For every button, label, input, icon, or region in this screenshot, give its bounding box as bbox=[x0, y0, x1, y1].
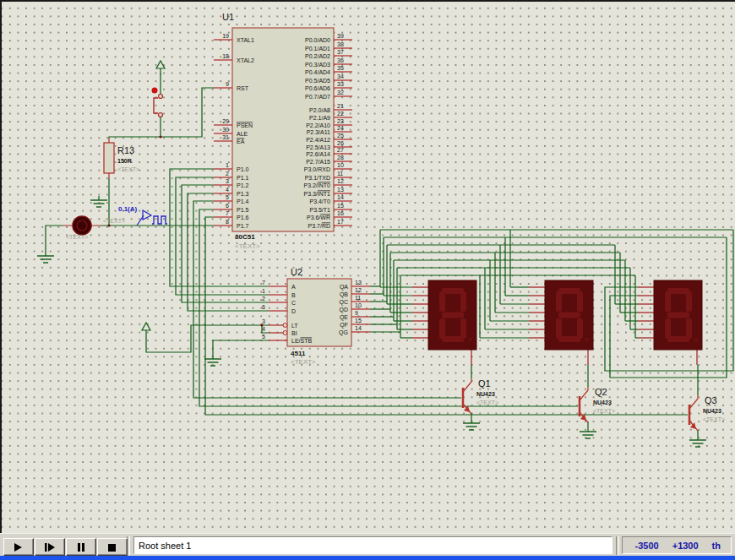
button-terminal bbox=[159, 95, 163, 99]
ground-symbol-q3[interactable] bbox=[689, 436, 706, 447]
segment-e bbox=[439, 318, 445, 339]
simulation-toolbar: Root sheet 1 -3500 +1300 th bbox=[0, 533, 735, 556]
pin-name: P0.3/AD3 bbox=[305, 62, 330, 68]
step-button[interactable] bbox=[35, 538, 65, 556]
pin-name: QD bbox=[340, 307, 349, 313]
pin-number: 38 bbox=[337, 41, 344, 47]
pin-number: 17 bbox=[337, 219, 344, 225]
pin-name: P1.5 bbox=[237, 207, 249, 213]
transistor-q1[interactable] bbox=[463, 378, 471, 414]
segment-g bbox=[558, 313, 580, 318]
seven-segment-display-1[interactable] bbox=[412, 280, 476, 365]
pin-name: P3.2/INT0 bbox=[303, 182, 330, 188]
junction-dot bbox=[107, 224, 110, 226]
inversion-bubble bbox=[283, 331, 287, 335]
pin-name: P0.5/AD5 bbox=[305, 78, 330, 84]
pause-button[interactable] bbox=[66, 538, 96, 556]
pin-number: 26 bbox=[337, 140, 344, 146]
pin-name: LT bbox=[291, 323, 298, 329]
coordinate-units: th bbox=[712, 541, 721, 551]
pin-name: D bbox=[291, 308, 296, 314]
pin-number: 2 bbox=[226, 171, 229, 177]
pin-number: 15 bbox=[355, 318, 362, 323]
pin-number: 37 bbox=[337, 49, 344, 55]
sheet-name-label: Root sheet 1 bbox=[139, 541, 191, 551]
pin-name: P1.2 bbox=[237, 182, 249, 188]
pin-number: 6 bbox=[226, 203, 229, 209]
pulse-generator-label: 0.1(A) bbox=[118, 205, 138, 213]
toolbar-separator2 bbox=[616, 536, 619, 555]
pin-name: B bbox=[291, 292, 296, 298]
pin-number: 11 bbox=[337, 171, 343, 177]
pin-name: QC bbox=[340, 299, 349, 306]
transistor-text-placeholder: <TEXT> bbox=[593, 408, 615, 414]
pin-number: 24 bbox=[337, 125, 344, 131]
ground-symbol-q1[interactable] bbox=[463, 419, 480, 430]
seven-segment-display-2[interactable] bbox=[529, 280, 593, 365]
pin-name: P3.7/RD bbox=[308, 223, 330, 229]
transistor-text-placeholder: <TEXT> bbox=[476, 400, 498, 405]
pin-name: QB bbox=[340, 291, 348, 298]
resistor-r13[interactable] bbox=[104, 138, 114, 178]
pin-name: P1.7 bbox=[237, 223, 249, 229]
power-arrow bbox=[142, 323, 150, 330]
pin-name: P1.0 bbox=[237, 166, 249, 172]
pin-number: 35 bbox=[337, 65, 344, 71]
transistor-text-placeholder: <TEXT> bbox=[703, 416, 725, 422]
transistor-value: NU423 bbox=[703, 408, 721, 414]
pin-number: 1 bbox=[262, 288, 265, 294]
sounder[interactable] bbox=[63, 216, 101, 235]
segment-dp bbox=[469, 338, 472, 341]
stop-icon bbox=[106, 542, 118, 552]
u1-chip-80c51[interactable] bbox=[214, 28, 352, 231]
pin-number: 10 bbox=[355, 302, 362, 308]
stop-button[interactable] bbox=[97, 538, 128, 556]
pin-number: 19 bbox=[222, 33, 229, 39]
transistor-q3[interactable] bbox=[689, 395, 698, 431]
pin-name: EA bbox=[237, 139, 245, 144]
segment-c bbox=[686, 318, 692, 339]
power-symbol-reset[interactable] bbox=[156, 61, 165, 74]
pin-number: 5 bbox=[262, 334, 265, 340]
pin-number: 32 bbox=[337, 90, 344, 95]
pin-number: 4 bbox=[226, 187, 229, 193]
u1-text-placeholder: <TEXT> bbox=[235, 242, 260, 250]
pin-name: PSEN bbox=[237, 122, 253, 128]
transistor-q2[interactable] bbox=[580, 387, 588, 422]
pin-number: 30 bbox=[222, 127, 229, 133]
pin-number: 10 bbox=[337, 162, 344, 168]
pin-name: QE bbox=[340, 314, 348, 321]
pin-number: 25 bbox=[337, 133, 344, 139]
u2-value: 4511 bbox=[291, 350, 306, 357]
u2-text-placeholder: <TEXT> bbox=[291, 358, 316, 366]
play-button[interactable] bbox=[3, 538, 34, 556]
pin-number: 34 bbox=[337, 73, 344, 79]
ground-symbol-u2[interactable] bbox=[204, 355, 221, 366]
segment-f bbox=[665, 291, 671, 312]
pin-number: 28 bbox=[337, 155, 344, 160]
pin-name: P2.0/A8 bbox=[309, 107, 330, 113]
schematic-canvas[interactable]: 19XTAL118XTAL29RST29PSEN30ALE31EA1P1.02P… bbox=[0, 0, 735, 533]
segment-e bbox=[665, 318, 671, 339]
wire bbox=[213, 340, 269, 355]
ground-symbol-left[interactable] bbox=[37, 252, 54, 263]
ground-symbol-top[interactable] bbox=[90, 196, 107, 207]
segment-b bbox=[577, 291, 583, 312]
collector-diag bbox=[463, 382, 471, 392]
r13-value: 150R bbox=[117, 158, 132, 164]
seven-segment-display-3[interactable] bbox=[638, 280, 702, 365]
pin-number: 6 bbox=[262, 304, 265, 310]
wire bbox=[146, 325, 269, 352]
power-symbol-u2[interactable] bbox=[142, 323, 150, 336]
pin-number: 39 bbox=[337, 33, 344, 39]
collector-diag bbox=[580, 390, 588, 400]
pin-name: P3.1/TXD bbox=[305, 175, 330, 181]
pin-name: LE/STB bbox=[291, 338, 312, 344]
pin-number: 9 bbox=[355, 310, 358, 316]
pin-number: 23 bbox=[337, 118, 344, 124]
pulse-generator[interactable] bbox=[137, 210, 167, 226]
pin-name: P2.7/A15 bbox=[306, 159, 330, 165]
pin-number: 4 bbox=[262, 326, 265, 332]
u1-value: 80C51 bbox=[235, 233, 255, 241]
ground-symbol-q2[interactable] bbox=[580, 427, 596, 438]
